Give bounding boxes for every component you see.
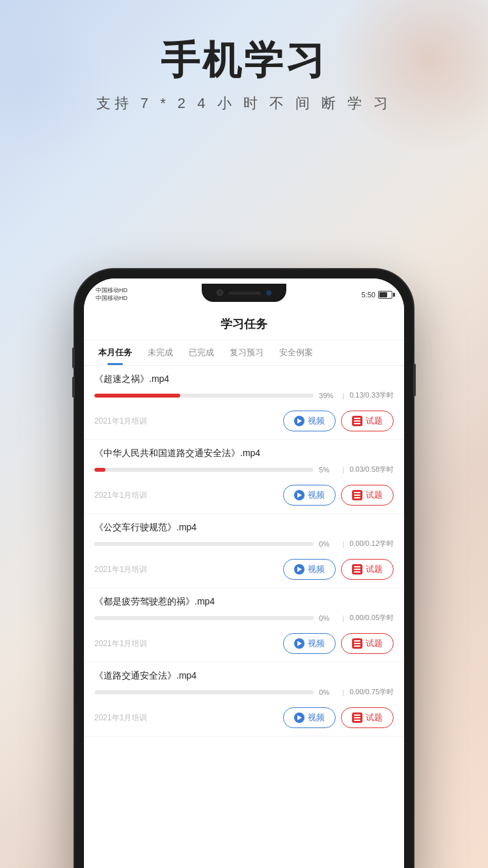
- phone-outer: 中国移动HD 中国移动HD 5:50: [75, 269, 413, 868]
- progress-hours: 0.00/0.75学时: [349, 687, 394, 697]
- exam-label: 试题: [366, 489, 383, 501]
- lesson-title: 《中华人民共和国道路交通安全法》.mp4: [94, 448, 394, 459]
- exam-line-3: [354, 423, 360, 424]
- video-label: 视频: [308, 712, 325, 724]
- exam-line-2: [354, 495, 360, 496]
- exam-label: 试题: [366, 563, 383, 575]
- tab-bar: 本月任务 未完成 已完成 复习预习 安全例案: [84, 340, 404, 366]
- play-icon: [294, 564, 305, 575]
- exam-button[interactable]: 试题: [341, 633, 394, 654]
- action-row: 2021年1月培训 视频 试题: [94, 628, 394, 662]
- play-icon: [294, 490, 305, 500]
- video-button[interactable]: 视频: [283, 485, 336, 506]
- progress-hours: 0.13/0.33学时: [349, 390, 394, 400]
- exam-line-2: [354, 717, 360, 718]
- progress-percent: 5%: [319, 466, 337, 474]
- exam-label: 试题: [366, 415, 383, 427]
- exam-button[interactable]: 试题: [341, 559, 394, 580]
- exam-line-2: [354, 643, 360, 644]
- lesson-title: 《都是疲劳驾驶惹的祸》.mp4: [94, 596, 394, 608]
- action-buttons: 视频 试题: [283, 707, 394, 728]
- tab-completed[interactable]: 已完成: [181, 340, 222, 365]
- exam-line-1: [354, 492, 360, 493]
- action-buttons: 视频 试题: [283, 485, 394, 506]
- lesson-list: 《超速之祸》.mp4 39% | 0.13/0.33学时 2021年1月培训 视…: [84, 366, 404, 868]
- progress-row: 0% | 0.00/0.12学时: [94, 539, 394, 549]
- progress-bar-wrap: [94, 616, 314, 620]
- exam-button[interactable]: 试题: [341, 707, 394, 728]
- exam-line-3: [354, 571, 360, 573]
- action-buttons: 视频 试题: [283, 411, 394, 431]
- action-row: 2021年1月培训 视频 试题: [94, 702, 394, 736]
- training-label: 2021年1月培训: [94, 490, 147, 501]
- header-area: 手机学习 支持 7 * 2 4 小 时 不 间 断 学 习: [0, 39, 488, 113]
- exam-icon: [352, 564, 362, 575]
- exam-line-1: [354, 418, 360, 419]
- notch: [202, 284, 286, 302]
- video-label: 视频: [308, 415, 325, 427]
- action-row: 2021年1月培训 视频 试题: [94, 405, 394, 439]
- carrier-info: 中国移动HD 中国移动HD: [96, 287, 128, 302]
- sub-title: 支持 7 * 2 4 小 时 不 间 断 学 习: [0, 94, 488, 113]
- exam-line-1: [354, 566, 360, 567]
- play-icon: [294, 638, 305, 649]
- tab-review[interactable]: 复习预习: [222, 340, 271, 365]
- progress-divider: |: [342, 540, 344, 548]
- progress-divider: |: [342, 392, 344, 400]
- video-label: 视频: [308, 638, 325, 649]
- progress-row: 0% | 0.00/0.75学时: [94, 687, 394, 697]
- progress-bar-wrap: [94, 468, 314, 472]
- sensor: [266, 290, 271, 295]
- progress-bar-fill: [94, 394, 180, 398]
- exam-label: 试题: [366, 712, 383, 724]
- tab-safety[interactable]: 安全例案: [271, 340, 321, 365]
- progress-hours: 0.00/0.05学时: [349, 613, 394, 623]
- exam-line-1: [354, 714, 360, 716]
- action-row: 2021年1月培训 视频 试题: [94, 554, 394, 588]
- progress-divider: |: [342, 688, 344, 696]
- video-button[interactable]: 视频: [283, 559, 336, 580]
- exam-line-2: [354, 569, 360, 570]
- tab-current-month[interactable]: 本月任务: [90, 340, 140, 365]
- lesson-item: 《超速之祸》.mp4 39% | 0.13/0.33学时 2021年1月培训 视…: [84, 366, 404, 440]
- app-content: 学习任务 本月任务 未完成 已完成 复习预习 安全例案 《超速之祸》.mp4 3…: [84, 311, 404, 868]
- action-buttons: 视频 试题: [283, 633, 394, 654]
- lesson-title: 《公交车行驶规范》.mp4: [94, 522, 394, 534]
- tab-incomplete[interactable]: 未完成: [140, 340, 181, 365]
- exam-line-3: [354, 497, 360, 498]
- lesson-item: 《中华人民共和国道路交通安全法》.mp4 5% | 0.03/0.58学时 20…: [84, 440, 404, 514]
- exam-label: 试题: [366, 638, 383, 649]
- progress-divider: |: [342, 466, 344, 474]
- speaker: [228, 292, 261, 295]
- play-icon: [294, 416, 305, 426]
- exam-line-1: [354, 640, 360, 642]
- power-button: [413, 364, 416, 396]
- action-buttons: 视频 试题: [283, 559, 394, 580]
- training-label: 2021年1月培训: [94, 416, 147, 427]
- video-button[interactable]: 视频: [283, 707, 336, 728]
- app-header: 学习任务: [84, 311, 404, 340]
- progress-bar-wrap: [94, 690, 314, 694]
- progress-percent: 39%: [319, 392, 337, 400]
- video-button[interactable]: 视频: [283, 633, 336, 654]
- progress-row: 39% | 0.13/0.33学时: [94, 390, 394, 400]
- lesson-title: 《超速之祸》.mp4: [94, 373, 394, 385]
- video-button[interactable]: 视频: [283, 411, 336, 431]
- video-label: 视频: [308, 489, 325, 501]
- progress-hours: 0.00/0.12学时: [349, 539, 394, 549]
- exam-icon: [352, 638, 362, 649]
- progress-bar-wrap: [94, 542, 314, 546]
- training-label: 2021年1月培训: [94, 712, 147, 724]
- progress-bar-wrap: [94, 394, 314, 398]
- app-title: 学习任务: [84, 316, 404, 332]
- exam-button[interactable]: 试题: [341, 411, 394, 431]
- status-right: 5:50: [362, 291, 392, 299]
- volume-up-button: [72, 347, 75, 368]
- exam-icon: [352, 490, 362, 500]
- exam-button[interactable]: 试题: [341, 485, 394, 506]
- lesson-title: 《道路交通安全法》.mp4: [94, 670, 394, 682]
- progress-percent: 0%: [319, 614, 337, 622]
- main-title: 手机学习: [0, 39, 488, 82]
- progress-percent: 0%: [319, 688, 337, 696]
- exam-line-2: [354, 420, 360, 422]
